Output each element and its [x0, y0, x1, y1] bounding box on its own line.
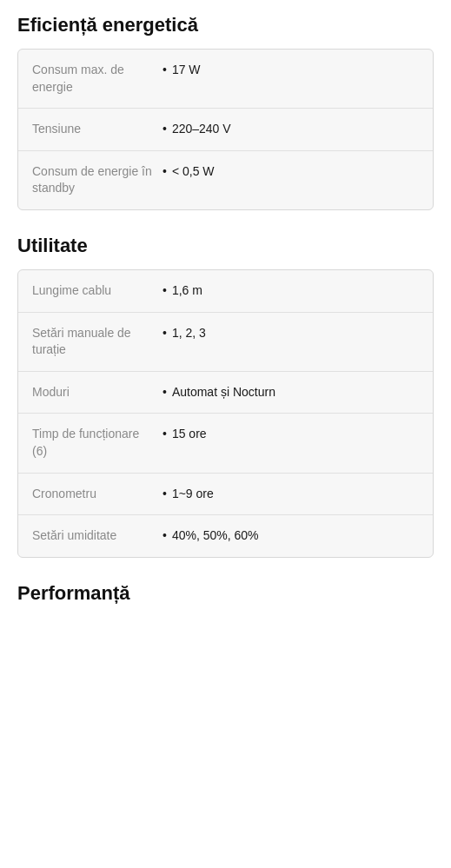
energy-spec-table: Consum max. de energie • 17 W Tensiune •… — [17, 49, 434, 210]
table-row: Lungime cablu • 1,6 m — [18, 270, 433, 313]
bullet-icon: • — [162, 384, 167, 401]
spec-label: Setări umiditate — [32, 527, 162, 545]
table-row: Cronometru • 1~9 ore — [18, 474, 433, 516]
spec-value: • 15 ore — [162, 426, 419, 443]
spec-value: • 40%, 50%, 60% — [162, 527, 419, 545]
spec-label: Moduri — [32, 384, 162, 401]
bullet-icon: • — [162, 163, 167, 181]
table-row: Setări umiditate • 40%, 50%, 60% — [18, 515, 433, 557]
spec-label: Consum max. de energie — [32, 62, 162, 96]
table-row: Tensiune • 220–240 V — [18, 109, 433, 151]
spec-label: Setări manuale de turație — [32, 325, 162, 359]
bullet-icon: • — [162, 282, 167, 300]
spec-label: Consum de energie în standby — [32, 163, 162, 197]
bullet-icon: • — [162, 121, 167, 138]
bullet-icon: • — [162, 527, 167, 545]
utility-spec-table: Lungime cablu • 1,6 m Setări manuale de … — [17, 269, 434, 558]
spec-label: Tensiune — [32, 121, 162, 138]
table-row: Consum de energie în standby • < 0,5 W — [18, 151, 433, 209]
spec-label: Cronometru — [32, 486, 162, 503]
bullet-icon: • — [162, 325, 167, 342]
spec-value-text: 17 W — [172, 62, 201, 79]
spec-value: • 17 W — [162, 62, 419, 79]
table-row: Timp de funcționare (6) • 15 ore — [18, 414, 433, 473]
spec-value-text: Automat și Nocturn — [172, 384, 275, 401]
bullet-icon: • — [162, 426, 167, 443]
spec-value-text: 40%, 50%, 60% — [172, 527, 259, 545]
spec-value-text: 15 ore — [172, 426, 207, 443]
spec-value-text: 1~9 ore — [172, 486, 214, 503]
spec-value: • Automat și Nocturn — [162, 384, 419, 401]
spec-label: Lungime cablu — [32, 282, 162, 300]
table-row: Setări manuale de turație • 1, 2, 3 — [18, 313, 433, 372]
section-title-energy: Eficiență energetică — [17, 14, 434, 36]
table-row: Consum max. de energie • 17 W — [18, 50, 433, 109]
spec-value: • 1,6 m — [162, 282, 419, 300]
bullet-icon: • — [162, 62, 167, 79]
page-wrapper: Eficiență energetică Consum max. de ener… — [0, 0, 451, 634]
section-title-utility: Utilitate — [17, 235, 434, 257]
spec-label: Timp de funcționare (6) — [32, 426, 162, 460]
spec-value-text: 220–240 V — [172, 121, 231, 138]
spec-value: • 1, 2, 3 — [162, 325, 419, 342]
spec-value-text: < 0,5 W — [172, 163, 215, 181]
spec-value: • < 0,5 W — [162, 163, 419, 181]
bullet-icon: • — [162, 486, 167, 503]
table-row: Moduri • Automat și Nocturn — [18, 372, 433, 414]
spec-value: • 1~9 ore — [162, 486, 419, 503]
spec-value: • 220–240 V — [162, 121, 419, 138]
section-title-performance: Performanță — [17, 582, 434, 605]
spec-value-text: 1, 2, 3 — [172, 325, 206, 342]
spec-value-text: 1,6 m — [172, 282, 202, 300]
